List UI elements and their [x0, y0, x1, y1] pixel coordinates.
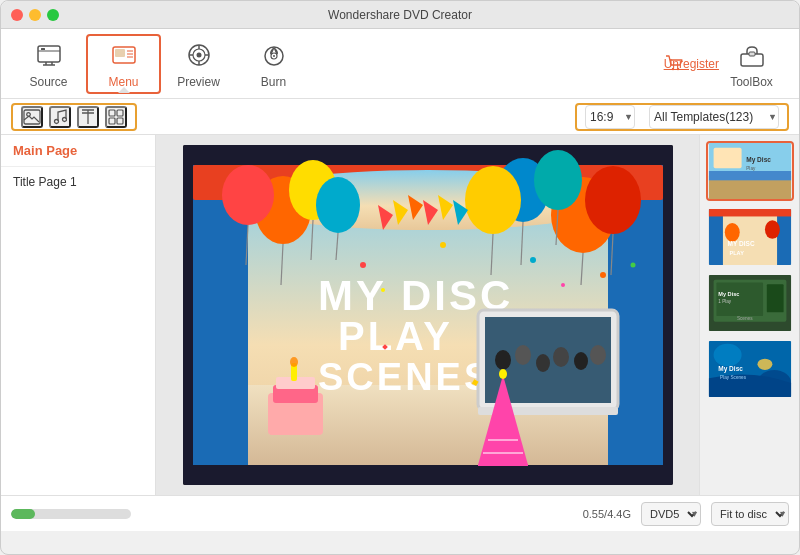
svg-point-91: [440, 242, 446, 248]
menu-label: Menu: [108, 75, 138, 89]
svg-point-90: [360, 262, 366, 268]
svg-point-92: [530, 257, 536, 263]
svg-point-77: [574, 352, 588, 370]
svg-rect-34: [109, 118, 115, 124]
aspect-ratio-dropdown-wrapper: 16:9 4:3 ▾: [585, 105, 635, 129]
svg-point-84: [290, 357, 298, 367]
svg-text:MY DISC: MY DISC: [728, 240, 755, 247]
storage-info: 0.55/4.4G: [583, 508, 631, 520]
svg-point-28: [63, 117, 67, 121]
sidebar-header: Main Page: [1, 135, 155, 167]
svg-rect-33: [117, 110, 123, 116]
title-bar: Wondershare DVD Creator: [1, 1, 799, 29]
source-label: Source: [29, 75, 67, 89]
svg-point-110: [765, 220, 780, 239]
window-controls[interactable]: [11, 9, 59, 21]
svg-point-93: [600, 272, 606, 278]
disc-type-dropdown-wrapper: DVD5 DVD9: [641, 502, 701, 526]
svg-text:PLAY: PLAY: [729, 250, 744, 256]
svg-text:Play: Play: [746, 166, 756, 171]
close-button[interactable]: [11, 9, 23, 21]
svg-text:1 Play: 1 Play: [718, 299, 732, 304]
sidebar-item-title-page[interactable]: Title Page 1: [1, 167, 155, 197]
grid-settings-button[interactable]: [105, 106, 127, 128]
progress-bar-fill: [11, 509, 35, 519]
sub-toolbar-right-group: 16:9 4:3 ▾ All Templates(123) Classic Bi…: [575, 103, 789, 131]
svg-point-59: [316, 177, 360, 233]
disc-type-dropdown[interactable]: DVD5 DVD9: [641, 502, 701, 526]
preview-area: MY DISC PLAY SCENES: [156, 135, 699, 495]
aspect-ratio-dropdown[interactable]: 16:9 4:3: [585, 105, 635, 129]
svg-point-20: [273, 55, 275, 57]
svg-point-73: [495, 350, 511, 370]
cart-icon-wrap: [654, 34, 694, 94]
add-text-button[interactable]: [77, 106, 99, 128]
toolbar-preview[interactable]: Preview: [161, 34, 236, 94]
svg-point-125: [757, 359, 772, 370]
svg-point-51: [465, 166, 521, 234]
minimize-button[interactable]: [29, 9, 41, 21]
svg-point-95: [561, 283, 565, 287]
svg-rect-7: [115, 49, 125, 57]
svg-text:My Disc: My Disc: [746, 156, 771, 164]
scene-svg: MY DISC PLAY SCENES: [183, 145, 673, 485]
svg-point-74: [515, 345, 531, 365]
toolbar-burn[interactable]: Burn: [236, 34, 311, 94]
svg-text:Scenes: Scenes: [737, 316, 753, 321]
svg-text:My Disc: My Disc: [718, 291, 739, 297]
maximize-button[interactable]: [47, 9, 59, 21]
source-icon: [33, 39, 65, 71]
fit-option-dropdown-wrapper: Fit to disc Do not fit: [711, 502, 789, 526]
svg-point-96: [630, 263, 635, 268]
svg-point-109: [725, 223, 740, 242]
svg-point-13: [196, 52, 201, 57]
app-title: Wondershare DVD Creator: [328, 8, 472, 22]
svg-point-75: [536, 354, 550, 372]
template-thumbnail-2[interactable]: MY DISC PLAY: [706, 207, 794, 267]
toolbar-menu[interactable]: Menu: [86, 34, 161, 94]
svg-rect-32: [109, 110, 115, 116]
svg-point-94: [381, 288, 385, 292]
left-sidebar: Main Page Title Page 1: [1, 135, 156, 495]
svg-rect-108: [709, 209, 791, 216]
burn-label: Burn: [261, 75, 286, 89]
svg-point-22: [677, 67, 679, 69]
fit-option-dropdown[interactable]: Fit to disc Do not fit: [711, 502, 789, 526]
svg-point-55: [222, 165, 274, 225]
content-area: Main Page Title Page 1: [1, 135, 799, 495]
preview-canvas: MY DISC PLAY SCENES: [183, 145, 673, 485]
toolbox-label: ToolBox: [730, 75, 773, 89]
template-thumbnail-4[interactable]: My Disc Play Scenes: [706, 339, 794, 399]
svg-text:Play Scenes: Play Scenes: [720, 375, 747, 380]
sub-toolbar: 16:9 4:3 ▾ All Templates(123) Classic Bi…: [1, 99, 799, 135]
right-thumbnails: My Disc Play MY DISC PLAY: [699, 135, 799, 495]
svg-point-78: [590, 345, 606, 365]
add-music-button[interactable]: [49, 106, 71, 128]
svg-point-21: [672, 67, 674, 69]
svg-point-45: [585, 166, 641, 234]
template-thumbnail-1[interactable]: My Disc Play: [706, 141, 794, 201]
template-dropdown[interactable]: All Templates(123) Classic Birthday: [649, 105, 779, 129]
svg-rect-35: [117, 118, 123, 124]
svg-rect-106: [709, 209, 723, 265]
preview-icon: [183, 39, 215, 71]
menu-icon: [108, 39, 140, 71]
toolbar-source[interactable]: Source: [11, 34, 86, 94]
sub-toolbar-left-group: [11, 103, 137, 131]
progress-bar-wrap: [11, 509, 131, 519]
svg-rect-24: [749, 52, 755, 56]
svg-point-89: [499, 369, 507, 379]
svg-rect-118: [767, 284, 784, 312]
svg-text:PLAY: PLAY: [338, 314, 453, 358]
toolbar-toolbox[interactable]: ToolBox: [714, 34, 789, 94]
template-thumbnail-3[interactable]: My Disc 1 Play Scenes: [706, 273, 794, 333]
add-image-button[interactable]: [21, 106, 43, 128]
svg-point-27: [55, 119, 59, 123]
main-toolbar: Source Menu Prev: [1, 29, 799, 99]
svg-point-121: [714, 344, 742, 366]
svg-rect-25: [24, 110, 40, 124]
svg-rect-102: [714, 148, 742, 169]
svg-point-76: [553, 347, 569, 367]
svg-rect-101: [709, 171, 791, 180]
burn-icon: [258, 39, 290, 71]
